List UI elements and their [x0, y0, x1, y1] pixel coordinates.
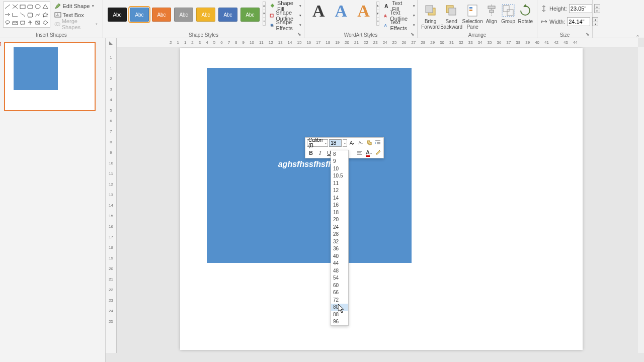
- mini-grow-font-button[interactable]: A▴: [348, 139, 356, 147]
- font-size-option[interactable]: 24: [331, 223, 348, 231]
- slide-thumbnail[interactable]: 1: [4, 42, 96, 111]
- font-size-option[interactable]: 60: [331, 282, 348, 289]
- svg-text:A: A: [384, 23, 387, 27]
- mini-font-combo[interactable]: Calibri (B▾: [307, 139, 328, 147]
- font-size-option[interactable]: 96: [331, 318, 348, 326]
- send-backward-button[interactable]: Send Backward: [441, 2, 461, 30]
- text-outline-button[interactable]: AText Outline▾: [383, 11, 415, 20]
- scrollbar-vertical[interactable]: [638, 47, 644, 353]
- svg-marker-41: [375, 142, 376, 144]
- style-swatch[interactable]: Abc: [152, 8, 171, 22]
- font-size-option[interactable]: 36: [331, 245, 348, 253]
- svg-rect-3: [20, 5, 25, 9]
- font-size-option[interactable]: 8: [331, 150, 348, 158]
- group-label: WordArt Styles: [304, 32, 417, 38]
- wordart-style[interactable]: A: [335, 2, 348, 21]
- mini-italic-button[interactable]: I: [316, 149, 324, 157]
- font-size-option[interactable]: 18: [331, 209, 348, 216]
- svg-marker-6: [43, 5, 48, 9]
- thumbnail-panel: 1: [0, 38, 106, 362]
- rectangle-shape[interactable]: aghsfhssfhsfhsf: [207, 68, 412, 263]
- group-label: Arrange: [418, 32, 537, 38]
- font-size-option[interactable]: 48: [331, 267, 348, 275]
- svg-rect-30: [488, 6, 495, 9]
- group-label: Shape Styles: [103, 32, 304, 38]
- align-button[interactable]: Align: [484, 2, 499, 24]
- mini-format-painter[interactable]: [365, 139, 373, 147]
- width-input[interactable]: [567, 17, 590, 26]
- selection-pane-button[interactable]: Selection Pane: [462, 2, 482, 30]
- thumb-shape: [14, 47, 58, 90]
- group-wordart: AAA ▴ ▾ ≡ AText Fill▾ AText Outline▾ ATe…: [304, 0, 418, 38]
- svg-rect-33: [507, 10, 513, 16]
- group-label: Insert Shapes: [0, 32, 103, 38]
- mini-indent-button[interactable]: [374, 139, 382, 147]
- svg-marker-35: [523, 4, 527, 7]
- mini-fontsize-dropdown[interactable]: ▾: [343, 139, 347, 147]
- font-size-option[interactable]: 9: [331, 158, 348, 165]
- style-swatch[interactable]: Abc: [218, 8, 237, 22]
- ruler-horizontal: 2112345678910111213141516171819202122232…: [117, 38, 638, 47]
- height-input[interactable]: [569, 4, 592, 13]
- font-size-option[interactable]: 88: [331, 311, 348, 318]
- text-effects-button[interactable]: AText Effects▾: [383, 21, 415, 29]
- group-insert-shapes: Edit Shape▾ A Text Box Merge Shapes▾ Ins…: [0, 0, 103, 38]
- svg-rect-23: [426, 6, 433, 13]
- mini-fontsize-combo[interactable]: 18: [329, 139, 342, 147]
- svg-marker-8: [43, 13, 48, 17]
- font-size-option[interactable]: 10: [331, 165, 348, 172]
- font-size-option[interactable]: 12: [331, 187, 348, 195]
- slide[interactable]: aghsfhssfhsfhsf: [180, 48, 583, 350]
- group-button[interactable]: Group: [500, 2, 516, 24]
- shape-fill-button[interactable]: Shape Fill▾: [270, 2, 301, 10]
- edit-shape-button[interactable]: Edit Shape▾: [52, 2, 100, 10]
- height-label: Height:: [549, 6, 567, 12]
- style-swatch[interactable]: Abc: [130, 8, 149, 22]
- bring-forward-button[interactable]: Bring Forward: [421, 2, 440, 30]
- font-size-option[interactable]: 40: [331, 252, 348, 260]
- group-label: Size: [537, 32, 592, 38]
- style-swatch[interactable]: Abc: [108, 8, 127, 22]
- shape-gallery[interactable]: [3, 2, 50, 28]
- style-swatch[interactable]: Abc: [174, 8, 193, 22]
- mini-eyedropper-button[interactable]: [374, 149, 382, 157]
- font-size-option[interactable]: 11: [331, 179, 348, 187]
- width-spinner[interactable]: ▴▾: [592, 17, 598, 26]
- group-size: Height: ▴▾ Width: ▴▾ Size ⬊: [537, 0, 593, 38]
- font-size-option[interactable]: 80: [331, 304, 348, 311]
- shape-styles-launcher[interactable]: ⬊: [297, 32, 302, 37]
- mini-font-color-button[interactable]: A▾: [365, 149, 373, 157]
- size-launcher[interactable]: ⬊: [586, 32, 591, 37]
- font-size-option[interactable]: 16: [331, 202, 348, 209]
- shape-outline-button[interactable]: Shape Outline▾: [270, 11, 301, 20]
- canvas-area[interactable]: aghsfhssfhsfhsf: [106, 38, 644, 362]
- mini-shrink-font-button[interactable]: A▾: [357, 139, 364, 147]
- height-spinner[interactable]: ▴▾: [594, 4, 600, 13]
- style-swatch[interactable]: Abc: [196, 8, 215, 22]
- wordart-style[interactable]: A: [357, 2, 370, 21]
- style-swatch[interactable]: Abc: [240, 8, 260, 22]
- wordart-launcher[interactable]: ⬊: [411, 32, 416, 37]
- font-size-option[interactable]: 10.5: [331, 172, 348, 180]
- font-size-option[interactable]: 20: [331, 216, 348, 224]
- mini-bold-button[interactable]: B: [307, 149, 315, 157]
- wordart-style[interactable]: A: [312, 2, 325, 21]
- svg-marker-7: [28, 13, 33, 17]
- font-size-option[interactable]: 66: [331, 289, 348, 297]
- font-size-dropdown[interactable]: 891010.511121416182024283236404448546066…: [331, 150, 349, 326]
- font-size-option[interactable]: 54: [331, 275, 348, 282]
- group-arrange: Bring Forward Send Backward Selection Pa…: [418, 0, 537, 38]
- rotate-button[interactable]: Rotate: [517, 2, 534, 24]
- shape-effects-button[interactable]: Shape Effects▾: [270, 21, 301, 29]
- mini-align-button[interactable]: [356, 149, 364, 157]
- font-size-option[interactable]: 14: [331, 194, 348, 202]
- svg-rect-4: [28, 5, 33, 9]
- font-size-option[interactable]: 32: [331, 238, 348, 245]
- font-size-option[interactable]: 44: [331, 260, 348, 267]
- font-size-option[interactable]: 28: [331, 231, 348, 238]
- svg-rect-18: [271, 24, 274, 27]
- text-fill-button[interactable]: AText Fill▾: [383, 2, 415, 10]
- font-size-option[interactable]: 72: [331, 296, 348, 304]
- slide-number: 1: [0, 41, 2, 47]
- svg-rect-25: [449, 8, 456, 15]
